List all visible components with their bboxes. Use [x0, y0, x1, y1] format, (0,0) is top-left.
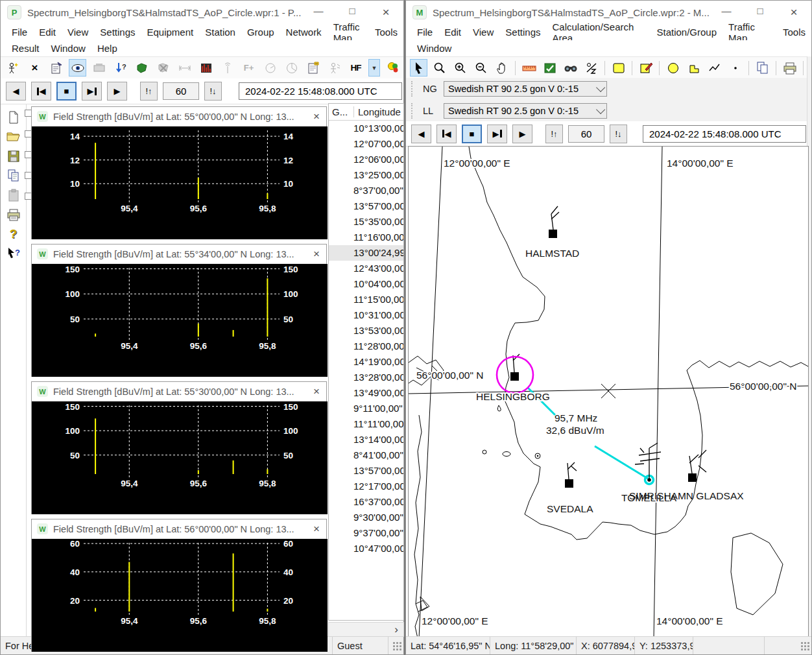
close-icon[interactable]: × — [312, 110, 321, 123]
hf-label[interactable]: HF — [347, 59, 364, 77]
longitude-row-4[interactable]: 8°37'00,00" — [329, 183, 403, 198]
longitude-row-8[interactable]: 13°00'24,99 — [329, 245, 403, 261]
print-icon[interactable] — [4, 206, 23, 223]
scroll-right-icon[interactable]: › — [389, 623, 403, 636]
longitude-row-16[interactable]: 13°28'00,00 — [329, 370, 403, 385]
coverage-area-icon[interactable] — [133, 59, 150, 77]
longitude-row-0[interactable]: 10°13'00,00 — [329, 121, 403, 136]
right-menu-0[interactable]: File — [411, 27, 438, 38]
pan-hand-icon[interactable] — [493, 59, 510, 77]
longitude-row-7[interactable]: 11°16'00,00 — [329, 230, 403, 245]
map-settings-icon[interactable] — [541, 59, 558, 77]
interval-field[interactable]: 60 — [163, 82, 199, 100]
left-menu-4[interactable]: Equipment — [141, 27, 199, 38]
right-menu-7[interactable]: Tools — [777, 27, 811, 38]
chart-titlebar[interactable]: W Field Strength [dBuV/m] at Lat: 55°30'… — [32, 382, 326, 401]
play-button[interactable]: ▶ — [512, 125, 532, 143]
left-menu2-2[interactable]: Help — [91, 43, 123, 54]
copy-icon[interactable] — [4, 167, 23, 184]
horizontal-scrollbar[interactable]: › — [328, 622, 404, 637]
station-helsingborg[interactable]: HELSINGBORG — [476, 354, 550, 402]
longitude-row-6[interactable]: 15°35'00,00 — [329, 214, 403, 230]
skip-start-button[interactable]: ◀ — [31, 82, 51, 101]
context-help-icon[interactable]: ? — [4, 244, 23, 262]
edit-area-icon[interactable] — [637, 59, 654, 77]
zoom-out-icon[interactable] — [472, 59, 490, 77]
longitude-row-18[interactable]: 9°11'00,00" — [329, 401, 403, 416]
draw-circle-icon[interactable] — [664, 59, 682, 77]
ng-grid-select[interactable]: Swedish RT 90 2.5 gon V 0:-15 — [444, 81, 607, 97]
toolbar-drag-handle[interactable] — [411, 81, 415, 97]
left-menu2-0[interactable]: Result — [6, 43, 45, 54]
right-menu-1[interactable]: Edit — [438, 27, 467, 38]
longitude-row-9[interactable]: 12°43'00,00 — [329, 261, 403, 276]
longitude-row-12[interactable]: 10°31'00,00 — [329, 307, 403, 323]
draw-point-icon[interactable] — [726, 59, 744, 77]
close-icon[interactable]: × — [312, 523, 321, 536]
longitude-row-22[interactable]: 13°57'00,00 — [329, 463, 403, 479]
rotate-icon[interactable] — [261, 59, 279, 77]
print-map-icon[interactable] — [781, 59, 798, 77]
datetime-field[interactable]: 2024-02-22 15:48:08.000 UTC — [643, 125, 806, 143]
distance-icon[interactable] — [176, 59, 193, 77]
maximize-button[interactable]: □ — [754, 5, 766, 19]
step-up-button[interactable]: !↑ — [545, 125, 563, 143]
longitude-row-11[interactable]: 11°15'00,00 — [329, 292, 403, 307]
longitude-row-13[interactable]: 13°53'00,00 — [329, 323, 403, 339]
measurement-line[interactable] — [528, 388, 654, 484]
minimize-button[interactable]: — — [313, 5, 324, 19]
skip-end-button[interactable]: ▶ — [487, 125, 507, 143]
longitude-row-25[interactable]: 9°30'00,00" — [329, 510, 403, 525]
frequency-plus-icon[interactable]: F+ — [240, 59, 257, 77]
station-halmstad[interactable]: HALMSTAD — [525, 206, 579, 259]
left-menu-9[interactable]: Tools — [369, 27, 403, 38]
longitude-row-21[interactable]: 8°41'00,00" — [329, 447, 403, 463]
sort-question-icon[interactable]: ? — [112, 59, 129, 77]
step-down-button[interactable]: !↓ — [610, 125, 627, 143]
chart-titlebar[interactable]: W Field Strength [dBuV/m] at Lat: 55°34'… — [32, 244, 326, 264]
longitude-row-15[interactable]: 14°19'00,00 — [329, 354, 403, 370]
longitude-row-5[interactable]: 13°57'00,00 — [329, 198, 403, 214]
left-menu-7[interactable]: Network — [280, 27, 328, 38]
play-button[interactable]: ▶ — [107, 82, 127, 101]
magnifier-icon[interactable] — [431, 59, 448, 77]
stop-button[interactable]: ■ — [56, 82, 77, 101]
open-icon[interactable] — [4, 128, 23, 145]
step-up-button[interactable]: !↑ — [140, 82, 158, 101]
left-menu-6[interactable]: Group — [241, 27, 280, 38]
longitude-row-27[interactable]: 10°47'00,00 — [329, 541, 403, 556]
paste-icon[interactable] — [4, 186, 23, 204]
skip-start-button[interactable]: ◀ — [436, 125, 457, 143]
left-menu-5[interactable]: Station — [199, 27, 241, 38]
help-icon[interactable]: ? — [4, 225, 23, 243]
longitude-row-14[interactable]: 11°28'00,00 — [329, 339, 403, 354]
left-menu-0[interactable]: File — [6, 27, 33, 38]
longitude-row-24[interactable]: 16°37'00,00 — [329, 494, 403, 510]
delete-icon[interactable]: × — [26, 59, 43, 77]
antenna-icon[interactable] — [219, 59, 236, 77]
pie-icon[interactable] — [283, 59, 300, 77]
longitude-row-23[interactable]: 12°17'00,00 — [329, 479, 403, 494]
column-header-longitude[interactable]: Longitude — [354, 106, 403, 117]
hf-dropdown-caret[interactable]: ▼ — [368, 59, 380, 77]
right-menu-2[interactable]: View — [467, 27, 499, 38]
longitude-row-2[interactable]: 12°06'00,00 — [329, 152, 403, 167]
interval-field[interactable]: 60 — [568, 125, 604, 143]
spectrum-chart-icon[interactable] — [197, 59, 215, 77]
datetime-field[interactable]: 2024-02-22 15:48:08.000 UTC — [239, 82, 402, 100]
play-reverse-button[interactable]: ◀ — [6, 82, 26, 101]
report-icon[interactable] — [304, 59, 322, 77]
stop-button[interactable]: ■ — [462, 125, 482, 143]
step-down-button[interactable]: !↓ — [204, 82, 222, 101]
left-menu-1[interactable]: Edit — [33, 27, 62, 38]
play-reverse-button[interactable]: ◀ — [411, 125, 431, 143]
longitude-row-1[interactable]: 12°07'00,00 — [329, 136, 403, 152]
maximize-button[interactable]: □ — [346, 5, 358, 19]
find-icon[interactable] — [562, 59, 579, 77]
close-icon[interactable]: × — [312, 385, 321, 398]
left-menu-2[interactable]: View — [62, 27, 94, 38]
minimize-button[interactable]: — — [721, 5, 732, 19]
right-menu-3[interactable]: Settings — [499, 27, 546, 38]
longitude-row-3[interactable]: 13°25'00,00 — [329, 167, 403, 183]
draw-polygon-icon[interactable] — [685, 59, 702, 77]
